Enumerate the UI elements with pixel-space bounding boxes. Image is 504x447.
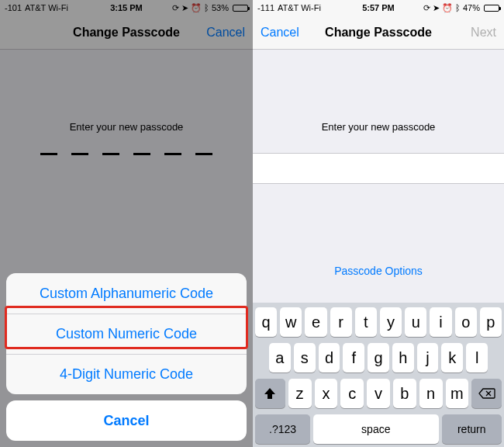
key-b[interactable]: b [393,379,416,408]
key-w[interactable]: w [280,307,302,337]
key-t[interactable]: t [355,307,377,337]
key-backspace[interactable] [471,379,502,408]
key-shift[interactable] [255,379,285,408]
action-sheet-cancel[interactable]: Cancel [6,400,247,441]
key-numbers[interactable]: .?123 [255,414,310,444]
passcode-prompt: Enter your new passcode [253,121,504,133]
key-return[interactable]: return [442,414,502,444]
key-l[interactable]: l [466,343,488,372]
cancel-button[interactable]: Cancel [253,16,307,50]
battery-icon [484,5,499,12]
key-z[interactable]: z [288,379,312,408]
key-e[interactable]: e [305,307,326,337]
key-space[interactable]: space [313,414,438,444]
key-h[interactable]: h [392,343,414,372]
option-custom-alphanumeric[interactable]: Custom Alphanumeric Code [6,273,247,314]
next-button[interactable]: Next [463,16,504,50]
key-u[interactable]: u [405,307,426,337]
nav-bar: Cancel Change Passcode Next [253,16,504,50]
key-s[interactable]: s [294,343,316,372]
shift-icon [263,387,277,400]
key-k[interactable]: k [441,343,463,372]
key-c[interactable]: c [340,379,364,408]
nav-title: Change Passcode [325,26,432,40]
key-o[interactable]: o [455,307,477,337]
keyboard: q w e r t y u i o p a s d f g h j k l [253,303,504,447]
action-sheet: Custom Alphanumeric Code Custom Numeric … [6,273,247,441]
option-4digit-numeric[interactable]: 4-Digit Numeric Code [6,354,247,394]
key-d[interactable]: d [319,343,340,372]
backspace-icon [478,388,495,399]
key-x[interactable]: x [315,379,338,408]
key-r[interactable]: r [330,307,352,337]
status-time: 5:57 PM [253,3,504,12]
key-m[interactable]: m [446,379,469,408]
status-bar: -111 AT&T Wi-Fi 5:57 PM ⟳ ➤ ⏰ ᛒ 47% [253,0,504,16]
key-y[interactable]: y [380,307,402,337]
keyboard-row-4: .?123 space return [255,414,502,444]
keyboard-row-3: z x c v b n m [255,379,502,408]
key-f[interactable]: f [343,343,364,372]
key-q[interactable]: q [255,307,277,337]
passcode-options-link[interactable]: Passcode Options [253,265,504,277]
screen-passcode-options: -101 AT&T Wi-Fi 3:15 PM ⟳ ➤ ⏰ ᛒ 53% Chan… [0,0,253,447]
key-g[interactable]: g [368,343,389,372]
option-custom-numeric[interactable]: Custom Numeric Code [6,314,247,354]
key-n[interactable]: n [419,379,443,408]
passcode-text-field[interactable] [253,153,504,184]
key-a[interactable]: a [269,343,291,372]
key-i[interactable]: i [430,307,451,337]
key-v[interactable]: v [367,379,390,408]
key-p[interactable]: p [480,307,502,337]
key-j[interactable]: j [417,343,439,372]
keyboard-row-1: q w e r t y u i o p [255,307,502,337]
screen-alphanumeric-entry: -111 AT&T Wi-Fi 5:57 PM ⟳ ➤ ⏰ ᛒ 47% Canc… [253,0,504,447]
keyboard-row-2: a s d f g h j k l [255,343,502,372]
